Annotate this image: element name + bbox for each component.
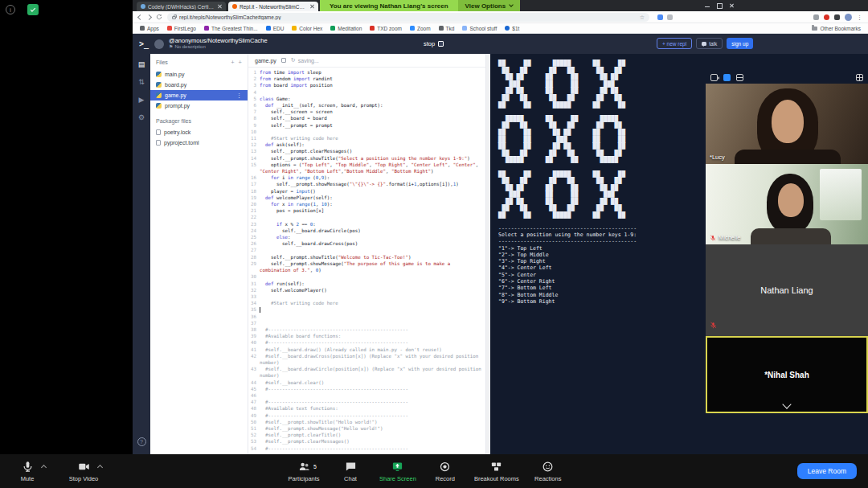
panel-camera-icon[interactable] <box>710 74 718 81</box>
code-line[interactable]: 49 #------------------------------------… <box>248 412 485 419</box>
code-line[interactable]: 22 <box>248 214 485 220</box>
bookmark-item[interactable]: The Greatest Thin... <box>204 26 258 31</box>
browser-menu-icon[interactable]: ⋮ <box>857 14 862 20</box>
video-options-caret-icon[interactable] <box>97 464 103 470</box>
bookmark-item[interactable]: Zoom <box>410 26 431 31</box>
code-line[interactable]: 47 #------------------------------------… <box>248 399 485 405</box>
close-window-icon[interactable] <box>729 3 734 8</box>
files-rail-icon[interactable]: ▤ <box>138 61 145 68</box>
code-line[interactable]: 8 self.__board = board <box>248 115 485 121</box>
code-line[interactable]: 51 #self.__prompt.showMessage("Hello wor… <box>248 425 485 432</box>
code-line[interactable]: 54 #------------------------------------… <box>248 445 485 452</box>
reactions-button[interactable]: Reactions <box>530 461 566 482</box>
browser-tab-replit[interactable]: Repl.it - NoteworthySlimCache <box>228 2 318 11</box>
code-line[interactable]: 20 for x in range(1, 10): <box>248 201 485 207</box>
video-tile-michelle[interactable]: Michelle <box>706 164 868 244</box>
code-line[interactable]: 31 def run(self): <box>248 281 485 287</box>
bookmark-item[interactable]: School stuff <box>462 26 497 31</box>
code-line[interactable]: 36 <box>248 314 485 320</box>
file-row-poetry[interactable]: poetry.lock <box>150 127 248 137</box>
forward-button[interactable] <box>146 14 152 19</box>
code-line[interactable]: 25 else: <box>248 234 485 240</box>
reload-button[interactable] <box>156 14 162 20</box>
code-line[interactable]: 12 def ask(self): <box>248 141 485 148</box>
profile-avatar[interactable] <box>845 14 852 21</box>
code-lines[interactable]: 1from time import sleep2from random impo… <box>248 68 485 454</box>
code-line[interactable]: 5class Game: <box>248 96 485 102</box>
stop-button[interactable]: stop <box>424 38 444 50</box>
mute-button[interactable]: Mute <box>10 461 45 482</box>
file-row-pyproject[interactable]: pyproject.toml <box>150 137 248 148</box>
bookmark-item[interactable]: Color Hex <box>292 26 322 31</box>
close-tab-icon[interactable] <box>309 4 314 9</box>
settings-gear-icon[interactable]: ⚙ <box>138 114 145 121</box>
back-button[interactable] <box>137 14 143 19</box>
maximize-icon[interactable] <box>717 3 722 8</box>
participants-button[interactable]: Participants 5 <box>286 461 321 482</box>
bookmark-item[interactable]: Tkd <box>439 26 455 31</box>
code-line[interactable]: 2from random import randint <box>248 76 485 82</box>
replit-logo[interactable]: >_ <box>139 39 149 48</box>
extension-icon-2[interactable] <box>667 14 673 20</box>
extension-icon-1[interactable] <box>657 14 663 20</box>
breakout-rooms-button[interactable]: Breakout Rooms <box>474 461 519 482</box>
code-line[interactable]: 43 #self.__board.drawCircle(position[x])… <box>248 366 485 379</box>
code-line[interactable]: 3from board import position <box>248 82 485 88</box>
file-row-game-selected[interactable]: game.py⋮ <box>150 90 248 100</box>
split-pane-icon[interactable] <box>281 58 286 63</box>
code-line[interactable]: 10 <box>248 129 485 135</box>
code-line[interactable]: 46 <box>248 392 485 399</box>
code-line[interactable]: 34 #Start writing code here <box>248 300 485 306</box>
bookmark-item[interactable]: Meditation <box>330 26 362 31</box>
repl-owner-avatar[interactable] <box>154 39 164 49</box>
bookmark-apps[interactable]: Apps <box>140 26 159 31</box>
code-editor[interactable]: game.py ↻saving... 1from time import sle… <box>248 54 486 454</box>
code-line[interactable]: 15 options = ("Top Left", "Top Middle", … <box>248 162 485 174</box>
bookmark-item[interactable]: EDU <box>266 26 285 31</box>
video-tile-nathan[interactable]: Nathan Liang <box>706 244 868 336</box>
code-line[interactable]: 48 #Available text functions: <box>248 405 485 412</box>
browser-tab-codely[interactable]: Codely (DWHHacks) Certificati... <box>137 2 226 11</box>
file-row-prompt[interactable]: prompt.py <box>150 100 248 111</box>
code-line[interactable]: 37 <box>248 320 485 326</box>
code-line[interactable]: 1from time import sleep <box>248 69 485 76</box>
extension-icon-4[interactable] <box>824 14 829 20</box>
code-line[interactable]: 53 #self.__prompt.clearMessages() <box>248 438 485 445</box>
file-row-board[interactable]: board.py <box>150 80 248 90</box>
code-line[interactable]: 33 <box>248 293 485 300</box>
repl-title[interactable]: @anonymous/NoteworthySlimCache <box>169 38 268 45</box>
code-line[interactable]: 52 #self.__prompt.clearTitle() <box>248 432 485 438</box>
close-tab-icon[interactable] <box>217 4 222 9</box>
code-line[interactable]: 50 #self.__prompt.showTitle("Hello world… <box>248 419 485 425</box>
panel-view-icon[interactable] <box>736 74 743 81</box>
code-line[interactable]: 11 #Start writing code here <box>248 135 485 141</box>
video-tile-lucy[interactable]: *Lucy <box>706 84 868 164</box>
share-screen-button[interactable]: Share Screen <box>379 461 416 482</box>
minimize-icon[interactable] <box>705 3 710 8</box>
file-row-main[interactable]: main.py <box>150 69 248 80</box>
code-line[interactable]: 38 #------------------------------------… <box>248 326 485 333</box>
leave-room-button[interactable]: Leave Room <box>797 463 857 479</box>
chat-button[interactable]: Chat <box>333 461 368 482</box>
mute-options-caret-icon[interactable] <box>41 464 47 470</box>
version-control-icon[interactable]: ⇅ <box>138 79 145 86</box>
code-line[interactable]: 24 self.__board.drawCircle(pos) <box>248 228 485 234</box>
code-line[interactable]: 13 self.__prompt.clearMessages() <box>248 148 485 154</box>
lock-icon[interactable] <box>172 16 176 19</box>
gallery-view-icon[interactable] <box>856 74 863 81</box>
bookmark-item[interactable]: FirstLego <box>167 26 196 31</box>
code-line[interactable]: 9 self.__prompt = prompt <box>248 122 485 129</box>
code-line[interactable]: 32 self.welcomePlayer() <box>248 287 485 293</box>
code-line[interactable]: 41 #self.__board.draw() (Already called … <box>248 347 485 353</box>
meeting-info-icon[interactable]: i <box>6 5 15 14</box>
code-line[interactable]: 23 if x % 2 == 0: <box>248 221 485 228</box>
code-line[interactable]: 39 #Available board functions: <box>248 333 485 339</box>
code-line[interactable]: 40 #------------------------------------… <box>248 339 485 346</box>
code-line[interactable]: 21 pos = position[x] <box>248 207 485 214</box>
add-file-icon[interactable]: + <box>231 59 234 66</box>
collapse-panel-chevron-icon[interactable] <box>782 400 791 408</box>
view-options-dropdown[interactable]: View Options <box>458 0 521 11</box>
record-button[interactable]: Record <box>428 461 463 482</box>
code-line[interactable]: 42 #self.__board.drawCross(position[x]) … <box>248 353 485 366</box>
extension-icon-5[interactable] <box>834 14 840 20</box>
